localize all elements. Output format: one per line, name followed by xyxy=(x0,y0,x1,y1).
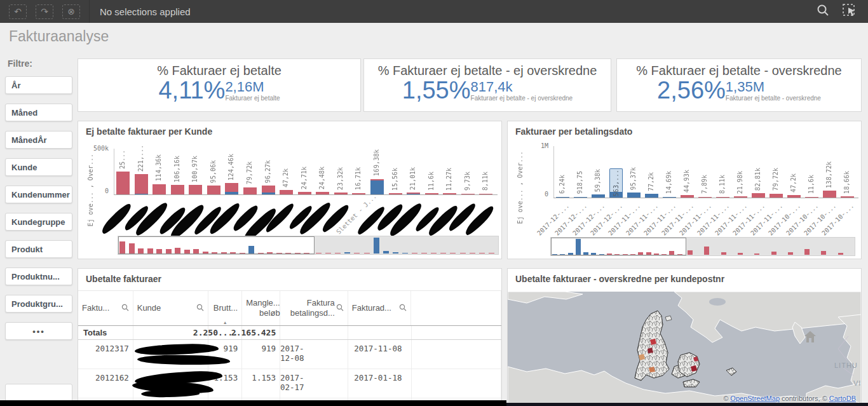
table-cell[interactable] xyxy=(412,369,502,398)
bar-segment[interactable] xyxy=(716,197,729,198)
map-canvas[interactable]: LITHU VII xyxy=(508,292,861,405)
search-icon[interactable] xyxy=(816,3,830,20)
bar-segment[interactable] xyxy=(243,187,257,194)
bar-segment[interactable] xyxy=(389,193,402,194)
table-cell[interactable] xyxy=(133,340,209,369)
filter-produktgru-[interactable]: Produktgru... xyxy=(5,295,72,313)
navigator-bar xyxy=(230,252,236,254)
bar-segment[interactable] xyxy=(752,193,765,198)
table-cell[interactable]: 1.153 xyxy=(242,369,280,398)
bar-value-label: 918,75 xyxy=(576,171,583,194)
step-forward-button[interactable]: ↷ xyxy=(36,4,53,19)
bar-segment[interactable] xyxy=(787,195,801,198)
table-cell[interactable]: 2012162 xyxy=(78,369,133,398)
table-cell[interactable]: 2017-12-08 xyxy=(280,340,348,369)
column-header-6[interactable]: Fakturad... xyxy=(348,291,412,325)
bar-segment[interactable] xyxy=(663,197,676,198)
filters-more-button[interactable]: ••• xyxy=(5,322,72,340)
navigator-bar xyxy=(450,253,456,254)
bar-segment[interactable] xyxy=(574,197,587,198)
bar-segment[interactable] xyxy=(352,193,365,194)
bar-segment[interactable] xyxy=(225,183,238,194)
bar-value-label: 169,38k xyxy=(373,149,380,176)
filter-produktnu-[interactable]: Produktnu... xyxy=(5,267,72,285)
bar-segment[interactable] xyxy=(316,192,329,194)
search-icon[interactable] xyxy=(336,304,344,313)
column-header-5[interactable]: Faktura betalingsd... xyxy=(280,291,348,325)
bar-segment[interactable] xyxy=(681,195,694,198)
chart-navigator[interactable] xyxy=(550,237,855,256)
bar-segment[interactable] xyxy=(556,197,569,198)
openstreetmap-link[interactable]: OpenStreetMap xyxy=(730,395,780,402)
bar-segment[interactable] xyxy=(770,194,783,198)
cartodb-link[interactable]: CartoDB xyxy=(829,395,856,402)
table-cell[interactable]: 2017-02-17 xyxy=(280,369,348,398)
bar-segment[interactable] xyxy=(153,184,166,194)
bar-segment[interactable] xyxy=(698,197,712,198)
y-axis-title: Ej ove... , Over... xyxy=(517,151,524,224)
bar-segment[interactable] xyxy=(841,196,854,198)
search-icon[interactable] xyxy=(399,304,407,313)
totals-cell: 2.165.425 xyxy=(242,326,280,339)
bar-segment-blue[interactable] xyxy=(262,193,275,194)
totals-cell xyxy=(412,326,501,339)
navigator-bar xyxy=(203,252,208,254)
column-header-2[interactable]: Kunde xyxy=(133,291,209,325)
bar-segment[interactable] xyxy=(116,172,130,194)
bar-segment[interactable] xyxy=(334,193,348,194)
bar-segment[interactable] xyxy=(262,186,275,194)
table-cell[interactable] xyxy=(412,340,502,369)
sort-asc-icon[interactable]: ▲ xyxy=(223,320,227,325)
column-header-3[interactable]: Brutt...▲ xyxy=(208,291,242,325)
step-back-button[interactable]: ↶ xyxy=(9,4,27,19)
filter-månedår[interactable]: MånedÅr xyxy=(5,131,72,149)
home-icon[interactable] xyxy=(804,330,817,346)
bar-segment[interactable] xyxy=(645,194,658,198)
navigator-bar xyxy=(623,254,628,255)
selections-tool-icon[interactable] xyxy=(843,3,858,20)
table-cell[interactable]: 2017-11-08 xyxy=(348,340,412,369)
table-header-row: Faktu...KundeBrutt...▲Mangle... beløbFak… xyxy=(78,290,501,326)
clear-selections-button[interactable]: ⊗ xyxy=(62,4,80,19)
bar-segment[interactable] xyxy=(627,193,641,198)
bar-segment-blue[interactable] xyxy=(225,192,238,194)
bar-segment[interactable] xyxy=(171,185,184,194)
bar-segment[interactable] xyxy=(189,185,202,194)
column-header-4[interactable]: Mangle... beløb xyxy=(242,291,280,325)
filter-kundenummer[interactable]: Kundenummer xyxy=(5,186,72,203)
bar-segment-blue[interactable] xyxy=(135,194,148,194)
kpi-sublabel: Fakturaer ej betalte - ej overskredne xyxy=(471,95,573,102)
bar-segment[interactable] xyxy=(135,174,148,194)
bar-segment[interactable] xyxy=(280,190,293,194)
bar-segment[interactable] xyxy=(734,196,747,198)
bar-segment[interactable] xyxy=(425,193,438,194)
bar-value-label: 15,56k xyxy=(391,168,398,191)
bar-segment-blue[interactable] xyxy=(407,194,420,194)
bar-segment[interactable] xyxy=(805,197,818,198)
filter-kunde[interactable]: Kunde xyxy=(5,158,72,176)
search-icon[interactable] xyxy=(121,304,129,313)
bar-segment[interactable] xyxy=(461,194,475,195)
bar-segment[interactable] xyxy=(298,192,311,194)
bar-segment[interactable] xyxy=(407,193,420,194)
bar-segment[interactable] xyxy=(823,191,836,198)
bar-segment[interactable] xyxy=(443,193,456,194)
column-header-1[interactable]: Faktu... xyxy=(78,291,133,325)
filter-år[interactable]: År xyxy=(5,76,72,94)
filter-måned[interactable]: Måned xyxy=(5,104,72,121)
table-cell[interactable]: 919 xyxy=(242,340,280,369)
filter-kundegruppe[interactable]: Kundegruppe xyxy=(5,213,72,231)
table-cell[interactable] xyxy=(133,369,209,398)
navigator-bar xyxy=(119,241,125,254)
search-icon[interactable] xyxy=(196,304,204,313)
bar-segment[interactable] xyxy=(207,186,220,194)
table-row[interactable]: 20121621.1531.1532017-02-172017-01-18 xyxy=(78,369,501,398)
table-row[interactable]: 20123179199192017-12-082017-11-08 xyxy=(78,340,501,369)
bar-segment[interactable] xyxy=(479,194,492,195)
bar-segment[interactable] xyxy=(592,194,605,198)
bar-value-label: 8,11k xyxy=(482,172,489,191)
chart-navigator[interactable] xyxy=(118,236,499,255)
table-cell[interactable]: 2012317 xyxy=(78,340,133,369)
table-cell[interactable]: 2017-01-18 xyxy=(348,369,412,398)
filter-produkt[interactable]: Produkt xyxy=(5,240,72,258)
